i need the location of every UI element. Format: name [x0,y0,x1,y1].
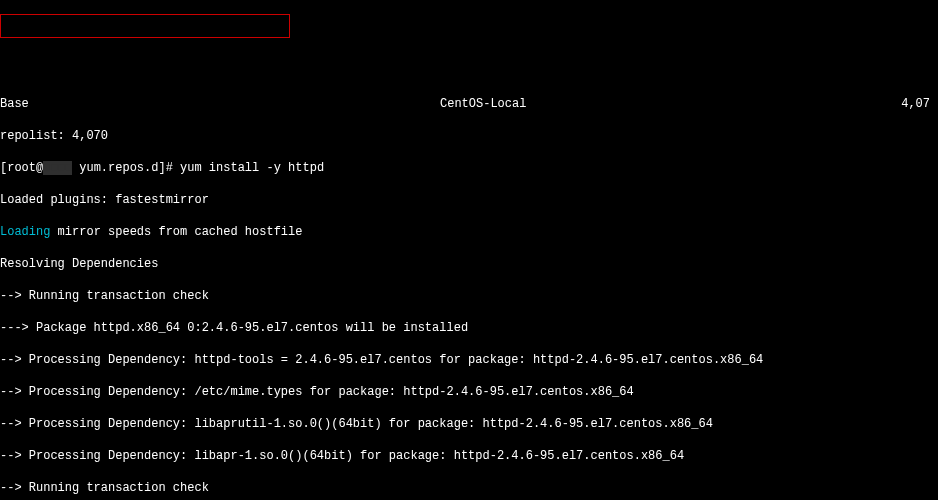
loading-mirror: Loading mirror speeds from cached hostfi… [0,224,938,240]
repolist-line: repolist: 4,070 [0,128,938,144]
base-label: Base [0,96,240,112]
redacted-host: ■■■■ [43,161,72,175]
loaded-plugins: Loaded plugins: fastestmirror [0,192,938,208]
terminal[interactable]: BaseCentOS-Local4,07 repolist: 4,070 [ro… [0,80,938,500]
highlight-box [0,16,290,38]
centos-local: CentOS-Local [440,96,720,112]
command-text: yum install -y httpd [180,161,324,175]
prompt-line: [root@■■■■ yum.repos.d]# yum install -y … [0,160,938,176]
row-base: BaseCentOS-Local4,07 [0,96,938,112]
resolving-deps: Resolving Dependencies [0,256,938,272]
